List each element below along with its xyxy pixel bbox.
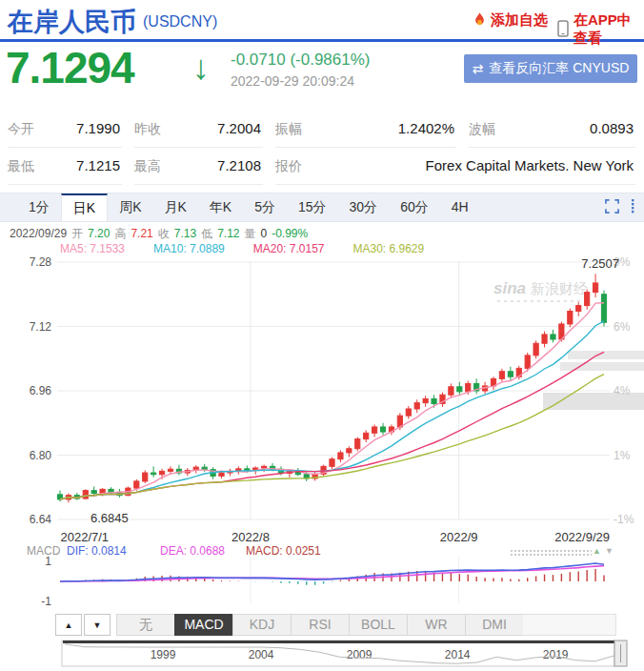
stat-label: 报价: [275, 158, 302, 175]
scroll-down-button[interactable]: ▼: [84, 614, 111, 636]
svg-text:2014: 2014: [445, 648, 471, 661]
indicator-tabs: 无MACDKDJRSIBOLLWRDMI: [117, 614, 524, 636]
stat-value: 7.1990: [76, 120, 120, 136]
period-tab-5分[interactable]: 5分: [243, 193, 287, 221]
ohlc-part: 7.20: [88, 227, 110, 240]
more-menu-icon[interactable]: [631, 199, 634, 217]
stat-cell: 今开7.1990: [8, 111, 122, 148]
stat-label: 今开: [8, 121, 34, 138]
period-tab-年K[interactable]: 年K: [198, 193, 243, 221]
ohlc-info-line: 2022/09/29开7.20高7.21收7.13低7.12量0-0.99%: [10, 226, 312, 242]
svg-text:6.6845: 6.6845: [91, 511, 129, 525]
flame-icon: [473, 12, 486, 30]
x-axis-label: 2022/8: [231, 530, 270, 544]
period-tab-周K[interactable]: 周K: [108, 193, 152, 221]
indicator-tab-BOLL[interactable]: BOLL: [349, 614, 408, 636]
stat-cell: 最高7.2108: [134, 148, 263, 185]
last-price: 7.1294: [6, 42, 134, 93]
svg-text:6%: 6%: [614, 320, 631, 334]
symbol-code: (USDCNY): [143, 13, 217, 30]
stat-value: 7.2004: [217, 120, 261, 136]
ohlc-part: 低: [201, 227, 212, 240]
stat-label: 最高: [134, 158, 161, 175]
reverse-rate-button[interactable]: ⇄ 查看反向汇率 CNYUSD: [464, 54, 637, 83]
view-in-app-button[interactable]: 在APP中查看: [557, 11, 644, 48]
history-navigator[interactable]: 19992004200920142019: [0, 639, 644, 670]
stat-value: 7.2108: [217, 157, 261, 173]
ma-value: MA20: 7.0157: [253, 242, 325, 255]
ma-value: MA5: 7.1533: [60, 242, 125, 255]
stat-cell: 报价Forex Capital Markets. New York: [275, 148, 635, 185]
price-change: -0.0710 (-0.9861%): [231, 51, 370, 70]
panel-collapse-icon[interactable]: ▼: [605, 546, 614, 556]
stat-value: Forex Capital Markets. New York: [426, 157, 634, 173]
stat-value: 1.2402%: [398, 120, 454, 136]
ohlc-part: 0: [261, 227, 268, 240]
period-tab-60分[interactable]: 60分: [389, 193, 440, 221]
period-tab-1分[interactable]: 1分: [17, 193, 61, 221]
ohlc-part: -0.99%: [272, 227, 308, 240]
stat-label: 昨收: [134, 121, 161, 138]
ohlc-part: 2022/09/29: [10, 227, 67, 240]
chart-tools: [605, 199, 634, 217]
x-axis-label: 2022/7/1: [60, 530, 109, 544]
stat-label: 振幅: [275, 121, 302, 138]
ohlc-part: 收: [158, 227, 170, 240]
svg-text:7.12: 7.12: [30, 320, 52, 334]
indicator-tab-无[interactable]: 无: [116, 614, 175, 636]
stat-cell: 波幅0.0893: [469, 111, 635, 148]
quote-page: 在岸人民币 (USDCNY) 添加自选 在APP中查看 7.1294 ↓ -0.…: [0, 0, 644, 671]
stat-label: 最低: [8, 158, 34, 175]
ma-info-line: MA5: 7.1533MA10: 7.0889MA20: 7.0157MA30:…: [60, 242, 453, 255]
swap-icon: ⇄: [473, 61, 484, 76]
svg-text:1999: 1999: [151, 648, 176, 661]
period-tab-bar: 1分日K周K月K年K5分15分30分60分4H: [0, 193, 644, 222]
period-tab-4H[interactable]: 4H: [440, 193, 480, 221]
stat-label: 波幅: [469, 121, 495, 138]
macd-panel[interactable]: 1-1: [0, 557, 644, 612]
svg-text:2009: 2009: [347, 648, 372, 661]
scroll-up-button[interactable]: ▲: [55, 614, 82, 636]
indicator-tab-DMI[interactable]: DMI: [465, 614, 524, 636]
period-tab-月K[interactable]: 月K: [152, 193, 197, 221]
phone-icon: [557, 20, 569, 40]
ohlc-part: 7.21: [131, 227, 152, 240]
page-title: 在岸人民币: [8, 5, 136, 39]
period-tab-15分[interactable]: 15分: [287, 193, 338, 221]
panel-expand-icon[interactable]: ▲: [593, 546, 601, 556]
candlestick-chart[interactable]: 7.287.126.966.806.64sina新浪财经9%6%4%1%-1%7…: [0, 255, 644, 532]
indicator-tab-WR[interactable]: WR: [407, 614, 466, 636]
ohlc-part: 7.12: [217, 227, 239, 240]
quote-timestamp: 2022-09-29 20:09:24: [231, 73, 354, 89]
fullscreen-icon[interactable]: [605, 199, 619, 217]
period-tab-日K[interactable]: 日K: [61, 193, 108, 221]
stat-value: 7.1215: [76, 157, 120, 173]
ma-value: MA10: 7.0889: [153, 242, 225, 255]
x-axis-label: 2022/9/29: [554, 530, 610, 544]
indicator-tabs-filler: [523, 614, 616, 636]
down-arrow-icon: ↓: [192, 48, 210, 88]
svg-text:-1: -1: [41, 595, 51, 608]
stat-cell: 最低7.1215: [8, 148, 122, 185]
quote-stats-table: 今开7.1990昨收7.2004振幅1.2402%波幅0.0893最低7.121…: [8, 111, 636, 185]
ohlc-part: 量: [245, 227, 256, 240]
svg-text:2019: 2019: [543, 648, 569, 661]
indicator-tab-KDJ[interactable]: KDJ: [232, 614, 292, 636]
svg-text:1: 1: [45, 557, 51, 568]
indicator-tab-MACD[interactable]: MACD: [174, 614, 233, 636]
stat-cell: 振幅1.2402%: [275, 111, 456, 148]
period-tab-30分[interactable]: 30分: [338, 193, 390, 221]
ma-value: MA30: 6.9629: [352, 242, 424, 255]
svg-text:新浪财经: 新浪财经: [531, 280, 588, 296]
x-axis-labels: 2022/7/12022/82022/92022/9/29: [0, 530, 644, 545]
svg-text:4%: 4%: [614, 384, 631, 397]
svg-text:7.2507: 7.2507: [581, 256, 619, 271]
indicator-tab-row: ▲ ▼ 无MACDKDJRSIBOLLWRDMI: [0, 614, 644, 636]
svg-text:sina: sina: [493, 279, 526, 297]
svg-text:6.64: 6.64: [30, 513, 52, 526]
indicator-tab-RSI[interactable]: RSI: [291, 614, 350, 636]
add-watchlist-label: 添加自选: [491, 11, 548, 30]
svg-text:1%: 1%: [614, 449, 631, 462]
add-watchlist-button[interactable]: 添加自选: [473, 11, 548, 30]
ohlc-part: 开: [71, 227, 83, 240]
